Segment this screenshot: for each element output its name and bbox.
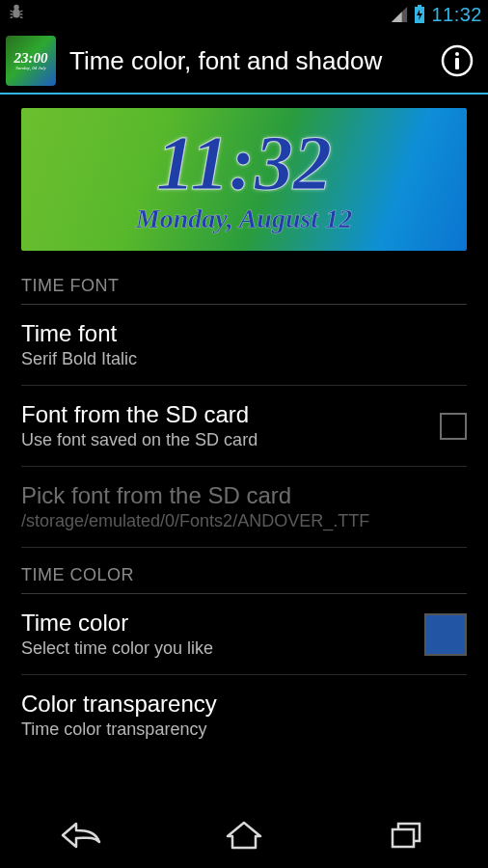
- checkbox-icon: [440, 413, 467, 440]
- pref-title: Time font: [21, 320, 467, 347]
- svg-point-11: [455, 52, 459, 56]
- color-swatch-box: [424, 613, 467, 656]
- signal-icon: [391, 6, 408, 23]
- status-clock: 11:32: [431, 4, 482, 26]
- widget-preview-container: 11:32 Monday, August 12: [0, 95, 488, 258]
- color-swatch[interactable]: [424, 613, 467, 656]
- recent-apps-icon: [388, 819, 426, 852]
- nav-recent-button[interactable]: [364, 812, 450, 858]
- pref-pick-font-sd: Pick font from the SD card /storage/emul…: [0, 467, 488, 547]
- section-header-time-color: TIME COLOR: [0, 548, 488, 589]
- checkbox-font-from-sd[interactable]: [440, 413, 467, 440]
- navigation-bar: [0, 802, 488, 868]
- pref-title: Pick font from the SD card: [21, 482, 467, 509]
- pref-time-color[interactable]: Time color Select time color you like: [0, 594, 488, 674]
- debug-icon: [6, 2, 27, 28]
- status-right: 11:32: [391, 4, 482, 26]
- svg-rect-8: [418, 5, 421, 7]
- pref-summary: Time color transparency: [21, 719, 467, 740]
- home-icon: [224, 819, 264, 852]
- pref-color-transparency[interactable]: Color transparency Time color transparen…: [0, 675, 488, 755]
- svg-line-2: [11, 11, 14, 12]
- svg-rect-13: [393, 829, 414, 847]
- action-bar: 23:00 Sunday, 04 July Time color, font a…: [0, 29, 488, 95]
- preview-time: 11:32: [156, 124, 332, 202]
- pref-summary: Serif Bold Italic: [21, 349, 467, 369]
- app-icon-date: Sunday, 04 July: [15, 66, 46, 70]
- pref-font-from-sd[interactable]: Font from the SD card Use font saved on …: [0, 386, 488, 466]
- info-button[interactable]: [436, 40, 478, 82]
- preview-date: Monday, August 12: [136, 203, 352, 234]
- back-icon: [59, 819, 103, 852]
- content: 11:32 Monday, August 12 TIME FONT Time f…: [0, 95, 488, 802]
- svg-line-6: [11, 16, 14, 17]
- pref-title: Color transparency: [21, 691, 467, 718]
- info-icon: [440, 43, 474, 78]
- action-bar-title: Time color, font and shadow: [69, 46, 436, 76]
- svg-rect-1: [13, 9, 19, 17]
- nav-back-button[interactable]: [38, 812, 124, 858]
- svg-line-3: [20, 11, 23, 12]
- pref-time-font[interactable]: Time font Serif Bold Italic: [0, 305, 488, 385]
- widget-preview[interactable]: 11:32 Monday, August 12: [21, 108, 467, 251]
- pref-summary: /storage/emulated/0/Fonts2/ANDOVER_.TTF: [21, 511, 467, 531]
- app-icon[interactable]: 23:00 Sunday, 04 July: [6, 36, 56, 86]
- pref-title: Time color: [21, 610, 409, 637]
- battery-icon: [414, 5, 425, 24]
- screen: 11:32 23:00 Sunday, 04 July Time color, …: [0, 0, 488, 868]
- svg-rect-12: [455, 58, 459, 69]
- nav-home-button[interactable]: [201, 812, 287, 858]
- pref-summary: Use font saved on the SD card: [21, 430, 424, 450]
- pref-summary: Select time color you like: [21, 638, 409, 659]
- pref-title: Font from the SD card: [21, 401, 424, 428]
- svg-line-7: [20, 16, 23, 17]
- status-bar: 11:32: [0, 0, 488, 29]
- app-icon-time: 23:00: [14, 51, 48, 66]
- section-header-time-font: TIME FONT: [0, 258, 488, 300]
